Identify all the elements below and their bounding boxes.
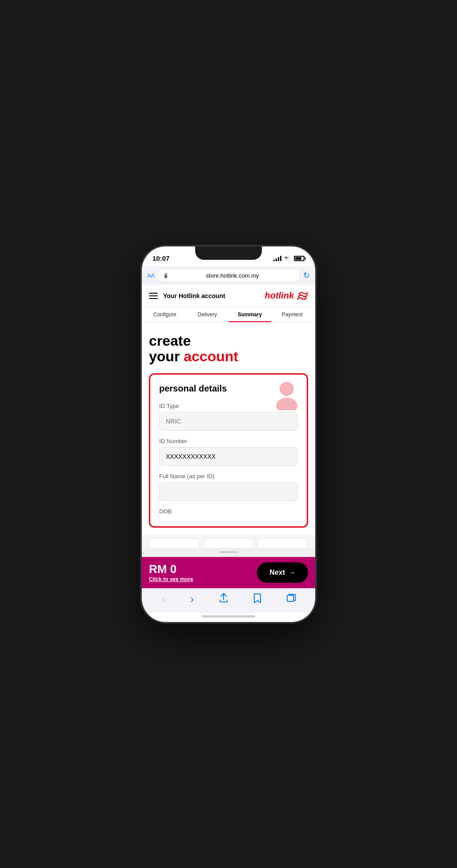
- person-icon: [271, 379, 302, 410]
- nav-tabs: Configure Delivery Summary Payment: [142, 307, 315, 323]
- price-section: RM 0 Click to see more: [149, 562, 193, 582]
- pull-handle: [220, 551, 237, 553]
- title-your: your: [149, 348, 184, 364]
- bookmarks-button[interactable]: [253, 593, 261, 605]
- battery-icon: [294, 256, 305, 261]
- page-content: Your Hotlink account hotlink Configure: [142, 285, 315, 548]
- header-title: Your Hotlink account: [163, 292, 225, 299]
- svg-rect-3: [287, 595, 293, 602]
- status-time: 10:07: [152, 254, 169, 262]
- id-number-group: ID Number: [159, 438, 298, 466]
- personal-details-title: personal details: [159, 384, 227, 394]
- tab-summary[interactable]: Summary: [228, 307, 271, 322]
- home-bar: [202, 615, 255, 618]
- hotlink-logo: hotlink: [265, 291, 308, 301]
- id-number-label: ID Number: [159, 438, 298, 444]
- scroll-btn-1: [149, 538, 200, 548]
- svg-point-2: [276, 398, 297, 410]
- full-name-input[interactable]: [159, 482, 298, 501]
- price-amount: RM 0: [149, 562, 193, 576]
- hotlink-logo-text: hotlink: [265, 291, 294, 301]
- pull-handle-area: [142, 548, 315, 557]
- dob-label: DOB: [159, 508, 298, 515]
- hamburger-menu[interactable]: [149, 293, 158, 299]
- next-button[interactable]: Next →: [257, 562, 308, 583]
- phone-frame: 10:07 AA: [142, 246, 315, 622]
- page-title: create your account: [149, 333, 308, 364]
- back-button[interactable]: ‹: [161, 593, 165, 606]
- id-number-input[interactable]: [159, 447, 298, 466]
- next-arrow: →: [289, 569, 296, 577]
- id-type-input[interactable]: [159, 412, 298, 431]
- tab-delivery[interactable]: Delivery: [186, 307, 229, 322]
- svg-point-1: [280, 382, 294, 396]
- scroll-btn-2: [203, 538, 254, 548]
- browser-bar: AA store.hotlink.com.my ↻: [142, 266, 315, 285]
- scroll-btn-3: [257, 538, 308, 548]
- scroll-indicator: [142, 535, 315, 548]
- lock-icon: [164, 273, 168, 278]
- bottom-bar: RM 0 Click to see more Next →: [142, 557, 315, 588]
- refresh-button[interactable]: ↻: [303, 270, 310, 280]
- wifi-icon: [284, 256, 291, 261]
- status-icons: [273, 256, 305, 261]
- forward-button[interactable]: ›: [190, 593, 194, 606]
- hotlink-waves-icon: [296, 291, 308, 301]
- tab-payment[interactable]: Payment: [271, 307, 314, 322]
- header-left: Your Hotlink account: [149, 292, 225, 299]
- click-to-see-more[interactable]: Click to see more: [149, 576, 193, 582]
- page-header: Your Hotlink account hotlink: [142, 285, 315, 307]
- aa-label[interactable]: AA: [147, 272, 155, 279]
- title-line2: your account: [149, 349, 308, 364]
- tabs-button[interactable]: [287, 593, 296, 605]
- tab-configure[interactable]: Configure: [144, 307, 186, 322]
- full-name-label: Full Name (as per ID): [159, 473, 298, 480]
- url-bar[interactable]: store.hotlink.com.my: [158, 270, 300, 282]
- signal-bars-icon: [273, 256, 281, 261]
- svg-rect-0: [164, 275, 167, 278]
- title-account: account: [184, 348, 238, 364]
- full-name-group: Full Name (as per ID): [159, 473, 298, 501]
- home-indicator: [142, 613, 315, 622]
- url-text: store.hotlink.com.my: [171, 272, 294, 279]
- title-line1: create: [149, 333, 308, 349]
- phone-inner: 10:07 AA: [142, 246, 315, 622]
- main-content: create your account: [142, 323, 315, 535]
- share-button[interactable]: [219, 593, 228, 605]
- form-card: personal details ID Type ID Number F: [149, 373, 308, 528]
- notch: [195, 246, 262, 260]
- next-label: Next: [269, 569, 285, 577]
- browser-nav: ‹ ›: [142, 588, 315, 613]
- person-icon-container: [271, 379, 302, 410]
